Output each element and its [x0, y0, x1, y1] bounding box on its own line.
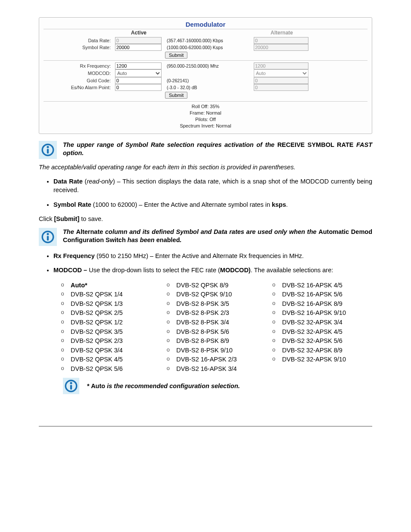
status-spectrum: Spectrum Invert: Normal [44, 123, 367, 129]
range-rx-freq: (950.000-2150.0000) Mhz [165, 63, 251, 69]
modcod-item: oDVB-S2 16-APSK 3/4 [165, 364, 266, 374]
status-block: Roll Off: 35% Frame: Normal Pilots: Off … [44, 101, 367, 129]
modcod-item: oDVB-S2 32-APSK 9/10 [271, 355, 372, 364]
modcod-item: oDVB-S2 QPSK 9/10 [165, 290, 266, 299]
svg-rect-5 [47, 236, 49, 240]
divider [44, 60, 367, 61]
info-icon [63, 378, 79, 394]
input-rx-freq-alt [254, 62, 308, 69]
bullet-list-1: Data Rate (read-only) – This section dis… [39, 177, 372, 209]
info-icon [39, 228, 57, 246]
modcod-item: oDVB-S2 16-APSK 2/3 [165, 355, 266, 364]
para-acceptable: The acceptable/valid operating range for… [39, 163, 372, 172]
note-auto: * Auto is the recommended configuration … [63, 378, 240, 394]
input-gold-code-active[interactable] [115, 77, 162, 84]
svg-point-1 [47, 146, 49, 148]
modcod-item: oDVB-S2 8-PSK 8/9 [165, 336, 266, 346]
panel-title: Demodulator [44, 20, 367, 29]
label-gold-code: Gold Code: [44, 78, 112, 84]
bullet-list-2: Rx Frequency (950 to 2150 MHz) – Enter t… [39, 252, 372, 275]
modcod-item: oDVB-S2 8-PSK 3/4 [165, 318, 266, 327]
input-gold-code-alt [254, 77, 308, 84]
label-rx-freq: Rx Frequency: [44, 63, 112, 69]
modcod-item: oDVB-S2 16-APSK 5/6 [271, 290, 372, 299]
select-modcod-alt: Auto [254, 69, 308, 77]
range-data-rate: (357.467-160000.000) Kbps [165, 37, 251, 44]
modcod-item: oDVB-S2 32-APSK 5/6 [271, 336, 372, 346]
note-1: The upper range of Symbol Rate selection… [39, 141, 372, 159]
modcod-item: oDVB-S2 QPSK 3/4 [59, 346, 161, 355]
status-rolloff: Roll Off: 35% [44, 103, 367, 110]
range-symbol-rate: (1000.000-62000.000) Ksps [165, 44, 251, 50]
modcod-item: oDVB-S2 QPSK 2/3 [59, 336, 161, 346]
input-esno-alt [254, 84, 308, 91]
bullet-rx-freq: Rx Frequency (950 to 2150 MHz) – Enter t… [53, 252, 372, 261]
col-head-alternate: Alternate [254, 29, 310, 37]
col-head-active: Active [115, 29, 162, 37]
label-data-rate: Data Rate: [44, 37, 112, 44]
submit-button-2[interactable]: Submit [165, 92, 187, 99]
note-2: The Alternate column and its defined Sym… [39, 228, 372, 246]
input-symbol-rate-active[interactable] [115, 44, 162, 51]
footer-rule [39, 426, 372, 426]
modcod-item: oDVB-S2 32-APSK 8/9 [271, 346, 372, 355]
status-frame: Frame: Normal [44, 110, 367, 116]
modcod-item: oDVB-S2 16-APSK 4/5 [271, 281, 372, 290]
input-data-rate-active [115, 37, 162, 44]
svg-point-4 [47, 233, 49, 235]
label-modcod: MODCOD: [44, 70, 112, 77]
modcod-item: oDVB-S2 QPSK 1/4 [59, 290, 161, 299]
input-symbol-rate-alt [254, 44, 308, 51]
modcod-item: oDVB-S2 QPSK 1/2 [59, 318, 161, 327]
modcod-item: oDVB-S2 QPSK 4/5 [59, 355, 161, 364]
status-pilots: Pilots: Off [44, 116, 367, 123]
modcod-item: oDVB-S2 32-APSK 4/5 [271, 327, 372, 337]
para-click-submit: Click [Submit] to save. [39, 215, 372, 224]
modcod-item: oDVB-S2 QPSK 5/6 [59, 364, 161, 374]
modcod-item: oDVB-S2 QPSK 3/5 [59, 327, 161, 337]
submit-button-1[interactable]: Submit [165, 52, 187, 59]
svg-point-7 [70, 382, 72, 384]
modcod-item: oDVB-S2 32-APSK 3/4 [271, 318, 372, 327]
note1-text-b: RECEIVE SYMBOL RATE [277, 141, 354, 148]
modcod-item: oAuto* [59, 281, 161, 290]
modcod-item: oDVB-S2 8-PSK 2/3 [165, 308, 266, 318]
modcod-item: oDVB-S2 QPSK 8/9 [165, 281, 266, 290]
range-esno: (-3.0 - 32.0) dB [165, 84, 251, 90]
bullet-symbol-rate: Symbol Rate (1000 to 62000) – Enter the … [53, 201, 372, 209]
demodulator-panel: Demodulator Active Alternate Data Rate: … [39, 17, 372, 134]
svg-rect-8 [70, 385, 72, 390]
modcod-item: oDVB-S2 QPSK 2/5 [59, 308, 161, 318]
modcod-item: oDVB-S2 16-APSK 8/9 [271, 299, 372, 309]
modcod-item: oDVB-S2 QPSK 1/3 [59, 299, 161, 309]
note1-text-a: The upper range of Symbol Rate selection… [63, 141, 277, 148]
modcod-item: oDVB-S2 8-PSK 3/5 [165, 299, 266, 309]
modcod-item: oDVB-S2 16-APSK 9/10 [271, 308, 372, 318]
modcod-item: oDVB-S2 8-PSK 5/6 [165, 327, 266, 337]
label-symbol-rate: Symbol Rate: [44, 44, 112, 51]
bullet-data-rate: Data Rate (read-only) – This section dis… [53, 177, 372, 194]
label-esno: Es/No Alarm Point: [44, 84, 112, 91]
input-rx-freq-active[interactable] [115, 62, 162, 69]
input-esno-active[interactable] [115, 84, 162, 91]
modcod-options: oAuto*oDVB-S2 QPSK 1/4oDVB-S2 QPSK 1/3oD… [59, 281, 372, 374]
modcod-item: oDVB-S2 8-PSK 9/10 [165, 346, 266, 355]
range-gold-code: (0-262141) [165, 78, 251, 84]
input-data-rate-alt [254, 37, 308, 44]
svg-rect-2 [47, 149, 49, 153]
info-icon [39, 141, 57, 159]
select-modcod-active[interactable]: Auto [115, 69, 162, 77]
bullet-modcod: MODCOD – Use the drop-down lists to sele… [53, 266, 372, 275]
